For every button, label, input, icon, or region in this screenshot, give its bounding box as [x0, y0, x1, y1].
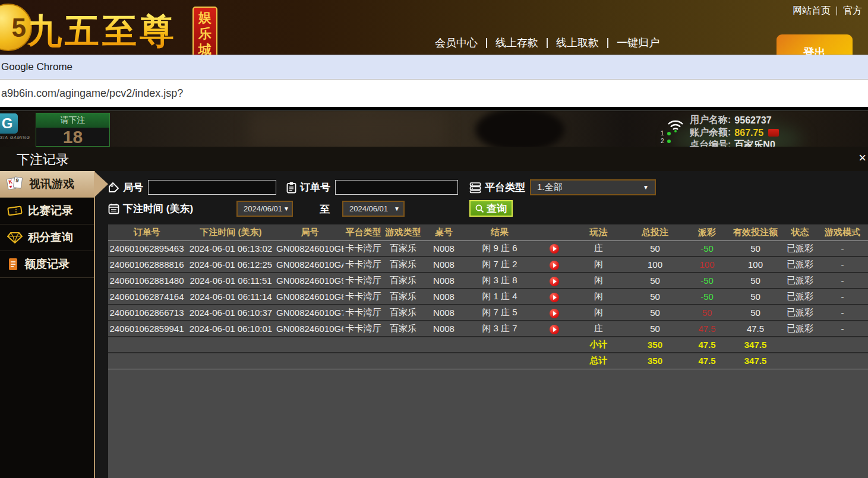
date-to-label: 至	[320, 202, 330, 216]
sidebar-item-label: 比赛记录	[28, 203, 73, 219]
logo-coin-glyph: 5	[12, 13, 26, 43]
replay-button[interactable]	[550, 309, 559, 318]
modal-title: 下注记录	[17, 151, 69, 169]
search-button-label: 查询	[487, 202, 507, 216]
table-row: 240601062895463 2024-06-01 06:13:02 GN00…	[108, 240, 868, 257]
browser-url-text: a9b6in.com/agingame/pcv2/index.jsp?	[0, 87, 183, 100]
nav-one-key-transfer[interactable]: 一键归户	[608, 36, 668, 50]
tag-icon	[108, 182, 119, 193]
site-logo: 九五至尊	[27, 8, 177, 55]
chevron-down-icon: ▼	[643, 184, 649, 191]
round-label: 局号	[123, 181, 143, 194]
provider-logo-icon: G	[0, 113, 18, 134]
user-name-value: 9562737	[734, 115, 771, 126]
video-background	[250, 111, 446, 147]
table-header-row: 订单号 下注时间 (美东) 局号 平台类型 游戏类型 桌号 结果 玩法 总投注 …	[108, 224, 868, 240]
table-number-label: 桌台编号:	[690, 139, 731, 147]
round-filter: 局号	[108, 179, 276, 195]
col-result: 结果	[465, 224, 535, 240]
clipboard-icon	[286, 182, 296, 194]
sidebar-item-label: 积分查询	[28, 230, 73, 245]
status-badge: 已派彩	[783, 289, 817, 305]
col-total-bet: 总投注	[624, 224, 686, 240]
chevron-down-icon: ▼	[394, 205, 400, 212]
col-status: 状态	[783, 224, 817, 240]
user-info-panel: 用户名称: 9562737 账户余额: 867.75 桌台编号: 百家乐N0	[690, 114, 868, 147]
status-badge: 已派彩	[783, 273, 817, 289]
server-list-icon	[469, 182, 481, 194]
document-icon	[7, 258, 19, 271]
col-valid-bet: 有效投注额	[728, 224, 783, 240]
calendar-icon	[108, 203, 119, 214]
date-filter: 下注时间 (美东)	[108, 201, 198, 217]
nav-member-center[interactable]: 会员中心	[427, 36, 486, 50]
wifi-icon	[667, 119, 684, 133]
flag-icon	[768, 129, 779, 137]
modal-header: 下注记录 ×	[0, 147, 868, 171]
round-input[interactable]	[148, 180, 276, 195]
table-number-value: 百家乐N0	[734, 139, 775, 147]
browser-notification-bar: Google Chrome	[0, 55, 868, 79]
table-row: 240601062874164 2024-06-01 06:11:14 GN00…	[108, 289, 868, 305]
table-row: 240601062859941 2024-06-01 06:10:01 GN00…	[108, 321, 868, 337]
modal-sidebar: K♥ 9 视讯游戏 比赛记录	[0, 171, 95, 478]
replay-button[interactable]	[550, 261, 559, 270]
countdown-label: 请下注	[36, 113, 109, 128]
nav-online-deposit[interactable]: 线上存款	[487, 36, 547, 50]
col-bet-time: 下注时间 (美东)	[185, 224, 276, 240]
link-official[interactable]: 官方	[837, 5, 868, 17]
provider-logo: G ASIA GAMING	[0, 113, 30, 140]
live-video-strip: G ASIA GAMING 请下注 18 1 2 用户名称: 9562737	[0, 111, 868, 147]
balance-value: 867.75	[734, 128, 763, 138]
status-badge: 已派彩	[783, 240, 817, 257]
modal-content: 局号 订单号	[96, 171, 868, 478]
nav-online-withdraw[interactable]: 线上取款	[548, 36, 607, 50]
marker-number: 1	[661, 130, 664, 137]
col-play-type: 玩法	[573, 224, 624, 240]
sidebar-item-label: 视讯游戏	[29, 176, 74, 192]
playing-cards-icon: K♥ 9	[7, 176, 24, 192]
sidebar-item-points-query[interactable]: 积分查询	[0, 224, 94, 251]
search-button[interactable]: 查询	[469, 200, 513, 217]
table-row: 240601062881480 2024-06-01 06:11:51 GN00…	[108, 273, 868, 289]
order-input[interactable]	[335, 180, 458, 195]
user-name-label: 用户名称:	[690, 114, 731, 126]
replay-button[interactable]	[550, 277, 559, 286]
badge-char: 娱	[198, 10, 212, 26]
replay-button[interactable]	[550, 325, 559, 334]
page-divider	[0, 107, 868, 111]
page: 5 九五至尊 娱 乐 城 网站首页 官方 会员中心 线上存款 线上取款 一键归户…	[0, 0, 868, 478]
sidebar-item-quota-records[interactable]: 额度记录	[0, 251, 94, 278]
replay-button[interactable]	[550, 244, 559, 254]
date-to-select[interactable]: 2024/06/01 ▼	[342, 201, 405, 217]
date-from-select[interactable]: 2024/06/01 ▼	[236, 201, 293, 217]
close-icon[interactable]: ×	[858, 151, 866, 164]
provider-logo-text: ASIA GAMING	[0, 135, 30, 140]
bet-table: 订单号 下注时间 (美东) 局号 平台类型 游戏类型 桌号 结果 玩法 总投注 …	[108, 224, 868, 369]
replay-button[interactable]	[550, 293, 559, 302]
platform-selected-value: 1.全部	[537, 182, 563, 193]
browser-app-name: Google Chrome	[0, 61, 72, 73]
sidebar-item-match-records[interactable]: 比赛记录	[0, 198, 94, 224]
platform-filter: 平台类型 1.全部 ▼	[469, 179, 656, 195]
platform-label: 平台类型	[485, 181, 525, 194]
subtotal-row: 小计 350 47.5 347.5	[108, 337, 868, 353]
col-replay	[535, 224, 573, 240]
col-table-no: 桌号	[423, 224, 465, 240]
dealer-silhouette	[475, 111, 564, 147]
browser-url-bar[interactable]: a9b6in.com/agingame/pcv2/index.jsp?	[0, 79, 868, 107]
table-row: 240601062888816 2024-06-01 06:12:25 GN00…	[108, 257, 868, 273]
date-label: 下注时间 (美东)	[123, 202, 193, 216]
main-nav: 会员中心 线上存款 线上取款 一键归户	[427, 36, 668, 50]
bet-countdown: 请下注 18	[36, 113, 110, 147]
ticket-icon	[7, 205, 23, 217]
modal-body: K♥ 9 视讯游戏 比赛记录	[0, 171, 868, 478]
status-badge: 已派彩	[783, 257, 817, 273]
site-header: 5 九五至尊 娱 乐 城 网站首页 官方 会员中心 线上存款 线上取款 一键归户…	[0, 0, 868, 55]
link-site-home[interactable]: 网站首页	[787, 5, 837, 17]
sidebar-item-video-games[interactable]: K♥ 9 视讯游戏	[0, 171, 94, 198]
col-game-mode: 游戏模式	[817, 224, 868, 240]
platform-select[interactable]: 1.全部 ▼	[530, 179, 656, 195]
subtotal-label: 小计	[573, 337, 624, 353]
sidebar-item-label: 额度记录	[24, 257, 70, 272]
